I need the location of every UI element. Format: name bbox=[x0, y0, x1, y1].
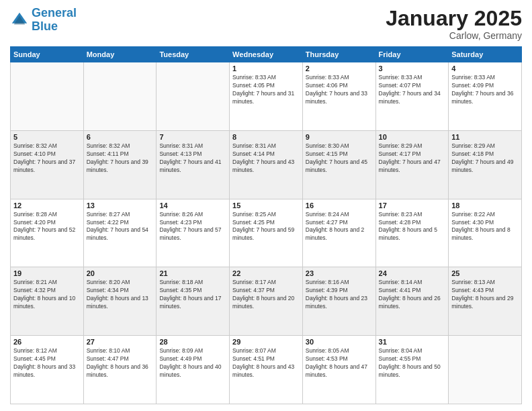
header-wednesday: Wednesday bbox=[230, 47, 303, 62]
logo-text-line1: General bbox=[32, 7, 77, 20]
calendar-header-row: Sunday Monday Tuesday Wednesday Thursday… bbox=[11, 47, 522, 62]
day-info: Sunrise: 8:26 AM Sunset: 4:23 PM Dayligh… bbox=[159, 211, 226, 243]
day-number: 28 bbox=[159, 338, 226, 346]
day-info: Sunrise: 8:33 AM Sunset: 4:05 PM Dayligh… bbox=[232, 74, 300, 106]
day-info: Sunrise: 8:22 AM Sunset: 4:30 PM Dayligh… bbox=[451, 211, 519, 243]
table-row: 27Sunrise: 8:10 AM Sunset: 4:47 PM Dayli… bbox=[83, 336, 157, 404]
day-info: Sunrise: 8:23 AM Sunset: 4:28 PM Dayligh… bbox=[379, 211, 446, 243]
day-number: 10 bbox=[379, 133, 446, 141]
table-row: 22Sunrise: 8:17 AM Sunset: 4:37 PM Dayli… bbox=[230, 267, 303, 336]
day-number: 8 bbox=[232, 133, 300, 141]
table-row: 30Sunrise: 8:05 AM Sunset: 4:53 PM Dayli… bbox=[302, 336, 375, 404]
day-info: Sunrise: 8:33 AM Sunset: 4:07 PM Dayligh… bbox=[379, 74, 446, 106]
day-number: 26 bbox=[13, 338, 81, 346]
table-row: 9Sunrise: 8:30 AM Sunset: 4:15 PM Daylig… bbox=[302, 130, 375, 199]
table-row: 13Sunrise: 8:27 AM Sunset: 4:22 PM Dayli… bbox=[83, 199, 157, 267]
table-row: 11Sunrise: 8:29 AM Sunset: 4:18 PM Dayli… bbox=[449, 130, 522, 199]
calendar-week-row: 19Sunrise: 8:21 AM Sunset: 4:32 PM Dayli… bbox=[11, 267, 522, 336]
header-monday: Monday bbox=[83, 47, 157, 62]
day-info: Sunrise: 8:04 AM Sunset: 4:55 PM Dayligh… bbox=[379, 347, 446, 379]
day-info: Sunrise: 8:31 AM Sunset: 4:14 PM Dayligh… bbox=[232, 142, 300, 175]
table-row bbox=[11, 62, 84, 131]
day-info: Sunrise: 8:32 AM Sunset: 4:11 PM Dayligh… bbox=[87, 142, 154, 175]
day-info: Sunrise: 8:25 AM Sunset: 4:25 PM Dayligh… bbox=[232, 211, 300, 243]
day-number: 3 bbox=[379, 64, 446, 73]
day-number: 5 bbox=[13, 133, 81, 141]
table-row: 31Sunrise: 8:04 AM Sunset: 4:55 PM Dayli… bbox=[375, 336, 449, 404]
table-row: 18Sunrise: 8:22 AM Sunset: 4:30 PM Dayli… bbox=[449, 199, 522, 267]
calendar-table: Sunday Monday Tuesday Wednesday Thursday… bbox=[10, 46, 522, 404]
day-number: 24 bbox=[379, 269, 446, 277]
day-number: 21 bbox=[159, 269, 226, 277]
day-info: Sunrise: 8:07 AM Sunset: 4:51 PM Dayligh… bbox=[232, 347, 300, 379]
day-number: 30 bbox=[306, 338, 373, 346]
table-row: 28Sunrise: 8:09 AM Sunset: 4:49 PM Dayli… bbox=[157, 336, 230, 404]
table-row: 5Sunrise: 8:32 AM Sunset: 4:10 PM Daylig… bbox=[11, 130, 84, 199]
day-info: Sunrise: 8:09 AM Sunset: 4:49 PM Dayligh… bbox=[159, 347, 226, 379]
calendar-week-row: 12Sunrise: 8:28 AM Sunset: 4:20 PM Dayli… bbox=[11, 199, 522, 267]
logo-text-line2: Blue bbox=[32, 20, 77, 34]
day-info: Sunrise: 8:33 AM Sunset: 4:06 PM Dayligh… bbox=[306, 74, 373, 106]
day-number: 14 bbox=[159, 201, 226, 210]
table-row: 14Sunrise: 8:26 AM Sunset: 4:23 PM Dayli… bbox=[157, 199, 230, 267]
table-row: 3Sunrise: 8:33 AM Sunset: 4:07 PM Daylig… bbox=[375, 62, 449, 131]
table-row bbox=[449, 336, 522, 404]
day-info: Sunrise: 8:24 AM Sunset: 4:27 PM Dayligh… bbox=[306, 211, 373, 243]
day-number: 12 bbox=[13, 201, 81, 210]
day-info: Sunrise: 8:21 AM Sunset: 4:32 PM Dayligh… bbox=[13, 279, 81, 311]
day-info: Sunrise: 8:20 AM Sunset: 4:34 PM Dayligh… bbox=[87, 279, 154, 311]
table-row: 24Sunrise: 8:14 AM Sunset: 4:41 PM Dayli… bbox=[375, 267, 449, 336]
day-number: 23 bbox=[306, 269, 373, 277]
logo: General Blue bbox=[10, 7, 77, 34]
month-title: January 2025 bbox=[386, 7, 522, 30]
day-number: 29 bbox=[232, 338, 300, 346]
table-row: 2Sunrise: 8:33 AM Sunset: 4:06 PM Daylig… bbox=[302, 62, 375, 131]
day-info: Sunrise: 8:31 AM Sunset: 4:13 PM Dayligh… bbox=[159, 142, 226, 175]
table-row bbox=[157, 62, 230, 131]
table-row: 1Sunrise: 8:33 AM Sunset: 4:05 PM Daylig… bbox=[230, 62, 303, 131]
table-row: 4Sunrise: 8:33 AM Sunset: 4:09 PM Daylig… bbox=[449, 62, 522, 131]
table-row: 15Sunrise: 8:25 AM Sunset: 4:25 PM Dayli… bbox=[230, 199, 303, 267]
table-row: 6Sunrise: 8:32 AM Sunset: 4:11 PM Daylig… bbox=[83, 130, 157, 199]
day-number: 20 bbox=[87, 269, 154, 277]
day-info: Sunrise: 8:33 AM Sunset: 4:09 PM Dayligh… bbox=[451, 74, 519, 106]
day-number: 1 bbox=[232, 64, 300, 73]
table-row: 17Sunrise: 8:23 AM Sunset: 4:28 PM Dayli… bbox=[375, 199, 449, 267]
day-info: Sunrise: 8:29 AM Sunset: 4:17 PM Dayligh… bbox=[379, 142, 446, 175]
header-tuesday: Tuesday bbox=[157, 47, 230, 62]
day-info: Sunrise: 8:28 AM Sunset: 4:20 PM Dayligh… bbox=[13, 211, 81, 243]
table-row: 21Sunrise: 8:18 AM Sunset: 4:35 PM Dayli… bbox=[157, 267, 230, 336]
location: Carlow, Germany bbox=[386, 30, 522, 41]
title-block: January 2025 Carlow, Germany bbox=[386, 7, 522, 41]
table-row: 29Sunrise: 8:07 AM Sunset: 4:51 PM Dayli… bbox=[230, 336, 303, 404]
day-number: 7 bbox=[159, 133, 226, 141]
day-info: Sunrise: 8:10 AM Sunset: 4:47 PM Dayligh… bbox=[87, 347, 154, 379]
table-row: 20Sunrise: 8:20 AM Sunset: 4:34 PM Dayli… bbox=[83, 267, 157, 336]
day-number: 15 bbox=[232, 201, 300, 210]
header-saturday: Saturday bbox=[449, 47, 522, 62]
day-number: 18 bbox=[451, 201, 519, 210]
header-friday: Friday bbox=[375, 47, 449, 62]
day-info: Sunrise: 8:27 AM Sunset: 4:22 PM Dayligh… bbox=[87, 211, 154, 243]
day-number: 6 bbox=[87, 133, 154, 141]
day-number: 25 bbox=[451, 269, 519, 277]
day-info: Sunrise: 8:05 AM Sunset: 4:53 PM Dayligh… bbox=[306, 347, 373, 379]
table-row: 26Sunrise: 8:12 AM Sunset: 4:45 PM Dayli… bbox=[11, 336, 84, 404]
day-info: Sunrise: 8:29 AM Sunset: 4:18 PM Dayligh… bbox=[451, 142, 519, 175]
day-info: Sunrise: 8:14 AM Sunset: 4:41 PM Dayligh… bbox=[379, 279, 446, 311]
table-row: 12Sunrise: 8:28 AM Sunset: 4:20 PM Dayli… bbox=[11, 199, 84, 267]
day-number: 13 bbox=[87, 201, 154, 210]
header: General Blue January 2025 Carlow, German… bbox=[10, 7, 522, 41]
table-row: 23Sunrise: 8:16 AM Sunset: 4:39 PM Dayli… bbox=[302, 267, 375, 336]
table-row bbox=[83, 62, 157, 131]
day-number: 11 bbox=[451, 133, 519, 141]
calendar-week-row: 26Sunrise: 8:12 AM Sunset: 4:45 PM Dayli… bbox=[11, 336, 522, 404]
day-info: Sunrise: 8:18 AM Sunset: 4:35 PM Dayligh… bbox=[159, 279, 226, 311]
day-number: 9 bbox=[306, 133, 373, 141]
day-number: 17 bbox=[379, 201, 446, 210]
day-number: 2 bbox=[306, 64, 373, 73]
day-info: Sunrise: 8:17 AM Sunset: 4:37 PM Dayligh… bbox=[232, 279, 300, 311]
table-row: 10Sunrise: 8:29 AM Sunset: 4:17 PM Dayli… bbox=[375, 130, 449, 199]
day-info: Sunrise: 8:12 AM Sunset: 4:45 PM Dayligh… bbox=[13, 347, 81, 379]
day-info: Sunrise: 8:13 AM Sunset: 4:43 PM Dayligh… bbox=[451, 279, 519, 311]
